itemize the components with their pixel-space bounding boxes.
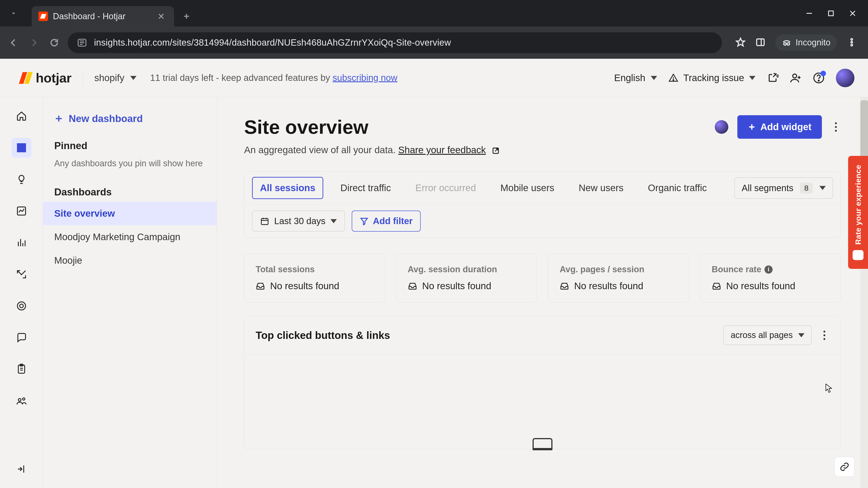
metric-value: No results found — [422, 281, 491, 291]
feedback-side-tab[interactable]: Rate your experience — [848, 156, 868, 269]
window-maximize-button[interactable] — [827, 9, 835, 18]
page-subtitle: An aggregated view of all your data. Sha… — [244, 144, 841, 156]
rail-feedback[interactable] — [11, 328, 31, 348]
rail-surveys[interactable] — [11, 359, 31, 379]
bookmark-star-icon[interactable] — [736, 37, 745, 48]
integrations-icon[interactable] — [767, 72, 778, 84]
sidebar-item-moojie[interactable]: Moojie — [43, 249, 217, 272]
window-minimize-button[interactable] — [805, 9, 813, 18]
tracking-label: Tracking issue — [683, 72, 744, 84]
hotjar-logo[interactable]: hotjar — [20, 70, 71, 86]
speech-bubble-icon — [852, 250, 864, 260]
add-widget-button[interactable]: Add widget — [737, 115, 822, 139]
segment-tab-organic-traffic[interactable]: Organic traffic — [641, 177, 714, 198]
svg-rect-27 — [18, 148, 21, 152]
rail-highlights[interactable] — [11, 169, 31, 189]
segment-tab-direct-traffic[interactable]: Direct traffic — [333, 177, 398, 198]
widget-more-menu[interactable] — [819, 330, 829, 340]
svg-point-40 — [23, 398, 25, 400]
browser-tab-active[interactable]: Dashboard - Hotjar — [32, 6, 174, 26]
invite-user-icon[interactable] — [790, 72, 802, 84]
empty-inbox-icon — [560, 281, 569, 291]
warning-icon — [669, 73, 678, 83]
rail-trends[interactable] — [11, 201, 31, 221]
filter-icon — [360, 217, 368, 225]
metrics-row: Total sessions No results found Avg. ses… — [244, 254, 841, 302]
rail-engage[interactable] — [11, 391, 31, 411]
rail-collapse-button[interactable] — [11, 459, 31, 479]
add-filter-button[interactable]: Add filter — [352, 210, 421, 232]
pinned-heading: Pinned — [43, 131, 217, 156]
trial-text: 11 trial days left - keep advanced featu… — [150, 73, 333, 83]
svg-point-48 — [835, 130, 837, 131]
widget-scope-label: across all pages — [731, 330, 793, 340]
rail-recordings[interactable] — [11, 296, 31, 316]
mouse-cursor — [826, 384, 832, 393]
widget-scope-dropdown[interactable]: across all pages — [723, 325, 812, 345]
copy-link-button[interactable] — [835, 457, 855, 477]
browser-menu-button[interactable] — [847, 37, 857, 48]
page-more-menu[interactable] — [831, 122, 841, 132]
tab-search-button[interactable] — [0, 0, 27, 26]
browser-tabstrip: Dashboard - Hotjar — [0, 0, 868, 26]
subscribe-link[interactable]: subscribing now — [333, 73, 397, 83]
site-info-icon[interactable] — [77, 37, 87, 48]
svg-rect-10 — [756, 39, 764, 45]
nav-rail — [0, 97, 43, 488]
side-panel-icon[interactable] — [755, 37, 765, 48]
svg-point-14 — [851, 38, 852, 40]
window-close-button[interactable] — [848, 9, 857, 18]
new-dashboard-button[interactable]: New dashboard — [43, 106, 217, 131]
rail-funnels[interactable] — [11, 264, 31, 284]
svg-rect-26 — [22, 147, 26, 152]
chevron-down-icon — [651, 76, 657, 80]
svg-rect-24 — [18, 144, 21, 147]
rail-dashboards[interactable] — [11, 138, 31, 158]
segment-tab-error-occurred[interactable]: Error occurred — [408, 177, 483, 198]
metric-label: Bounce rate — [712, 265, 762, 274]
rail-heatmaps[interactable] — [11, 233, 31, 253]
svg-rect-50 — [261, 219, 268, 225]
segment-tab-new-users[interactable]: New users — [571, 177, 631, 198]
sidebar-item-site-overview[interactable]: Site overview — [43, 202, 217, 225]
metric-bounce-rate: Bounce ratei No results found — [700, 254, 841, 302]
incognito-chip[interactable]: Incognito — [775, 35, 837, 51]
sidebar-item-moodjoy[interactable]: Moodjoy Marketing Campaign — [43, 225, 217, 249]
collaborator-avatar[interactable] — [715, 120, 728, 134]
svg-point-16 — [851, 44, 852, 46]
tab-close-button[interactable] — [157, 12, 165, 20]
site-switcher[interactable]: shopify — [94, 72, 136, 84]
svg-point-18 — [673, 79, 674, 80]
sidebar-item-label: Site overview — [54, 208, 115, 219]
language-label: English — [614, 72, 645, 84]
hotjar-logo-text: hotjar — [36, 70, 71, 86]
new-tab-button[interactable] — [179, 8, 194, 24]
empty-inbox-icon — [712, 281, 721, 291]
nav-back-button[interactable] — [7, 36, 20, 50]
segment-tab-all-sessions[interactable]: All sessions — [252, 177, 323, 199]
segment-tab-mobile-users[interactable]: Mobile users — [493, 177, 561, 198]
svg-point-57 — [824, 338, 825, 340]
svg-point-12 — [784, 43, 786, 45]
metric-value: No results found — [574, 281, 643, 291]
nav-reload-button[interactable] — [48, 36, 61, 50]
url-input[interactable]: insights.hotjar.com/sites/3814994/dashbo… — [68, 32, 722, 53]
date-range-picker[interactable]: Last 30 days — [252, 210, 345, 232]
rail-home[interactable] — [11, 106, 31, 126]
svg-rect-5 — [829, 11, 833, 15]
tab-title: Dashboard - Hotjar — [53, 11, 125, 21]
share-feedback-link[interactable]: Share your feedback — [398, 144, 486, 155]
external-link-icon — [492, 147, 500, 155]
help-icon[interactable] — [813, 72, 825, 84]
all-segments-dropdown[interactable]: All segments 8 — [735, 177, 833, 199]
segment-label: New users — [579, 183, 623, 193]
segment-label: Mobile users — [500, 183, 554, 193]
subtitle-text: An aggregated view of all your data. — [244, 144, 398, 155]
nav-forward-button[interactable] — [27, 36, 41, 50]
language-switcher[interactable]: English — [614, 72, 657, 84]
info-icon[interactable]: i — [765, 265, 773, 273]
user-avatar[interactable] — [836, 69, 855, 87]
svg-marker-54 — [361, 218, 368, 225]
main-content: Site overview Add widget An aggregated v… — [217, 97, 868, 488]
tracking-status[interactable]: Tracking issue — [669, 72, 755, 84]
